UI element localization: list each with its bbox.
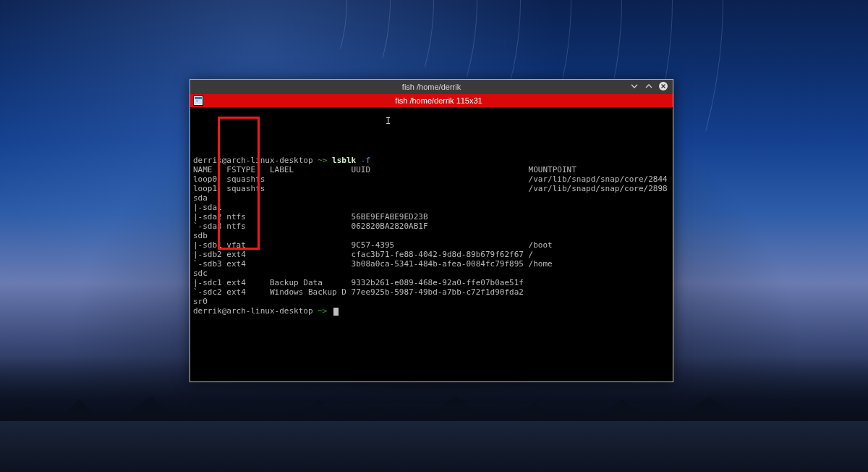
terminal-output: derrik@arch-linux-desktop ~> lsblk -f NA… xyxy=(193,156,670,316)
svg-rect-1 xyxy=(195,97,202,99)
terminal-tabbar: fish /home/derrik 115x31 xyxy=(190,94,673,107)
window-titlebar[interactable]: fish /home/derrik xyxy=(190,80,673,94)
terminal-tab-icon[interactable] xyxy=(193,96,203,106)
desktop-wallpaper: fish /home/derrik fish /home/derrik 115x… xyxy=(0,0,868,472)
window-maximize-button[interactable] xyxy=(644,81,654,91)
water-reflection xyxy=(0,421,868,472)
terminal-body[interactable]: I derrik@arch-linux-desktop ~> lsblk -f … xyxy=(190,107,673,382)
terminal-window: fish /home/derrik fish /home/derrik 115x… xyxy=(190,79,673,382)
window-title: fish /home/derrik xyxy=(190,83,673,91)
svg-rect-2 xyxy=(195,99,202,104)
text-cursor-icon: I xyxy=(386,117,391,126)
window-menu-button[interactable] xyxy=(629,81,639,91)
svg-rect-3 xyxy=(196,101,198,101)
terminal-tab-label[interactable]: fish /home/derrik 115x31 xyxy=(208,96,670,105)
window-close-button[interactable] xyxy=(658,81,668,91)
window-controls xyxy=(629,81,668,91)
